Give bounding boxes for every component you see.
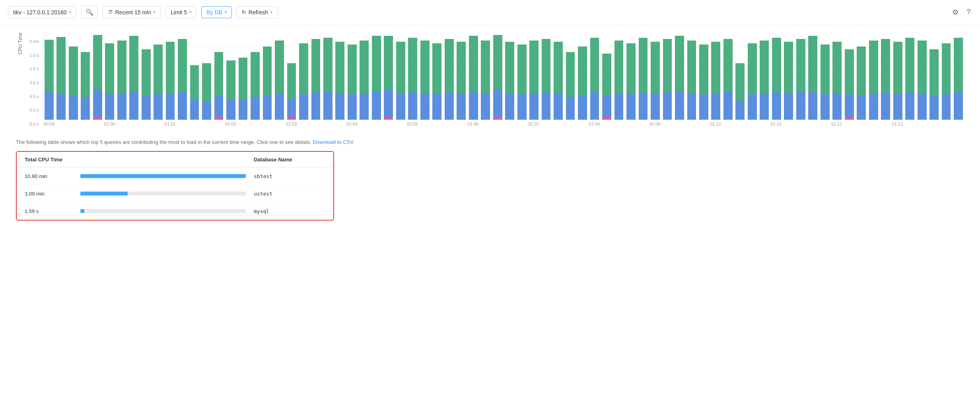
instance-label: tikv - 127.0.0.1:20160 (13, 9, 67, 15)
bar-group[interactable] (80, 33, 91, 120)
bar-group[interactable] (735, 33, 746, 120)
bar-group[interactable] (383, 33, 394, 120)
bar-group[interactable] (237, 33, 249, 120)
bar-group[interactable] (892, 33, 903, 120)
bar-group[interactable] (649, 33, 661, 120)
bar-group[interactable] (468, 33, 479, 120)
bar-group[interactable] (528, 33, 539, 120)
bar-group[interactable] (359, 33, 370, 120)
bar-group[interactable] (395, 33, 406, 120)
bar-group[interactable] (455, 33, 467, 120)
bar-group[interactable] (880, 33, 891, 120)
bar-group[interactable] (274, 33, 285, 120)
toolbar-right-icons: ⚙ ? (951, 6, 972, 18)
bar-group[interactable] (722, 33, 733, 120)
bar-group[interactable] (92, 33, 103, 120)
bar-group[interactable] (504, 33, 515, 120)
bar-group[interactable] (419, 33, 430, 120)
bar-group[interactable] (177, 33, 188, 120)
bar-group[interactable] (638, 33, 649, 120)
bar-group[interactable] (941, 33, 952, 120)
bar-group[interactable] (831, 33, 842, 120)
bar-group[interactable] (346, 33, 358, 120)
bar-group[interactable] (613, 33, 624, 120)
bar-segment-green (432, 43, 441, 94)
bar-group[interactable] (262, 33, 273, 120)
bar-segment-green (614, 41, 624, 93)
bar-group[interactable] (916, 33, 928, 120)
bar-group[interactable] (698, 33, 709, 120)
limit-selector[interactable]: Limit 5 ▾ (165, 6, 196, 18)
bar-group[interactable] (771, 33, 782, 120)
bar-group[interactable] (904, 33, 915, 120)
help-button[interactable]: ? (965, 6, 972, 18)
cell-bar (80, 209, 246, 213)
bar-group[interactable] (819, 33, 830, 120)
bar-group[interactable] (152, 33, 163, 120)
bar-group[interactable] (844, 33, 855, 120)
bar-group[interactable] (868, 33, 879, 120)
bar-group[interactable] (492, 33, 503, 120)
bar-group[interactable] (953, 33, 964, 120)
bar-group[interactable] (674, 33, 685, 120)
instance-selector[interactable]: tikv - 127.0.0.1:20160 ▾ (8, 6, 76, 18)
bar-group[interactable] (710, 33, 721, 120)
bar-group[interactable] (783, 33, 794, 120)
bar-group[interactable] (928, 33, 939, 120)
bar-group[interactable] (55, 33, 66, 120)
bar-group[interactable] (662, 33, 673, 120)
bar-group[interactable] (577, 33, 588, 120)
bar-group[interactable] (686, 33, 697, 120)
bar-group[interactable] (225, 33, 236, 120)
bar-group[interactable] (565, 33, 576, 120)
bar-group[interactable] (116, 33, 127, 120)
table-row[interactable]: 3.09 minustest (17, 185, 333, 203)
bar-group[interactable] (140, 33, 152, 120)
bar-group[interactable] (747, 33, 758, 120)
bar-segment-green (190, 65, 199, 99)
bar-group[interactable] (443, 33, 455, 120)
bar-group[interactable] (795, 33, 806, 120)
bar-group[interactable] (516, 33, 527, 120)
bar-group[interactable] (213, 33, 224, 120)
bar-segment-green (166, 42, 175, 93)
bar-group[interactable] (601, 33, 612, 120)
bar-group[interactable] (541, 33, 552, 120)
table-row[interactable]: 1.59 smysql (17, 203, 333, 220)
bar-group[interactable] (552, 33, 564, 120)
table-rows: 10.80 minsbtest3.09 minustest1.59 smysql (17, 168, 333, 220)
bar-group[interactable] (480, 33, 491, 120)
bar-group[interactable] (625, 33, 636, 120)
bar-group[interactable] (249, 33, 261, 120)
bar-group[interactable] (432, 33, 443, 120)
bar-group[interactable] (165, 33, 176, 120)
bar-group[interactable] (589, 33, 600, 120)
bar-group[interactable] (759, 33, 770, 120)
bar-group[interactable] (43, 33, 54, 120)
bar-group[interactable] (407, 33, 418, 120)
groupby-selector[interactable]: By DB ▾ (201, 6, 232, 18)
search-button[interactable]: 🔍 (81, 6, 98, 19)
bar-group[interactable] (189, 33, 200, 120)
bar-group[interactable] (807, 33, 819, 120)
bar-group[interactable] (298, 33, 309, 120)
bar-group[interactable] (856, 33, 867, 120)
bar-group[interactable] (286, 33, 297, 120)
download-csv-link[interactable]: Download to CSV (313, 139, 354, 145)
x-axis-label: 01:12 (830, 122, 842, 126)
bar-group[interactable] (334, 33, 346, 120)
settings-button[interactable]: ⚙ (951, 6, 960, 18)
bar-group[interactable] (371, 33, 382, 120)
bar-group[interactable] (68, 33, 79, 120)
x-axis-label: 01:02 (225, 122, 237, 126)
refresh-button[interactable]: ↻ Refresh ▾ (237, 6, 278, 18)
bar-group[interactable] (128, 33, 139, 120)
bar-segment-green (905, 38, 914, 92)
bar-group[interactable] (310, 33, 321, 120)
x-axis-label: 01:07 (528, 122, 540, 126)
time-selector[interactable]: ⏱ Recent 15 min ▾ (103, 6, 161, 18)
bar-group[interactable] (201, 33, 212, 120)
bar-group[interactable] (322, 33, 333, 120)
bar-group[interactable] (104, 33, 115, 120)
table-row[interactable]: 10.80 minsbtest (17, 168, 333, 185)
